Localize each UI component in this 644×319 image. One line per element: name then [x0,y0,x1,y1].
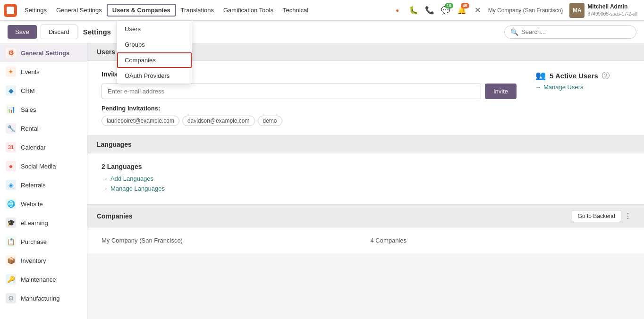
dropdown-companies[interactable]: Companies [117,52,192,68]
sidebar-item-purchase[interactable]: 📋 Purchase [0,232,87,251]
save-button[interactable]: Save [8,25,37,39]
main-layout: ⚙ General Settings ✦ Events ◆ CRM 📊 Sale… [0,43,644,319]
sidebar-item-events[interactable]: ✦ Events [0,62,87,81]
active-users-count: 5 Active Users [550,72,598,80]
events-icon: ✦ [6,67,16,77]
sidebar-item-sales[interactable]: 📊 Sales [0,100,87,119]
status-red-icon[interactable]: ● [391,4,404,17]
add-languages-link[interactable]: → Add Languages [102,175,630,182]
sidebar-item-inventory[interactable]: 📦 Inventory [0,251,87,270]
languages-count: 2 Languages [102,163,630,170]
arrow-right-icon: → [102,185,108,192]
email-input[interactable] [102,84,481,99]
discard-button[interactable]: Discard [41,25,77,39]
pending-tag[interactable]: davidson@example.com [182,116,255,126]
users-group-icon: 👥 [535,70,546,81]
phone-icon[interactable]: 📞 [423,4,436,17]
sidebar-item-social-media[interactable]: ● Social Media [0,157,87,176]
toolbar: Save Discard Settings 🔍 [0,21,644,43]
elearning-icon: 🎓 [6,218,16,228]
pending-label: Pending Invitations: [102,105,517,112]
more-options-button[interactable]: ⋮ [621,210,635,222]
sidebar-item-calendar[interactable]: 31 Calendar [0,138,87,157]
sidebar-label-website: Website [21,201,43,208]
inventory-icon: 📦 [6,255,16,266]
nav-users-companies[interactable]: Users & Companies [107,4,176,17]
sidebar-label-calendar: Calendar [21,144,46,151]
nav-settings[interactable]: Settings [20,5,51,16]
rental-icon: 🔧 [6,123,16,134]
general-settings-icon: ⚙ [6,48,16,58]
sidebar-label-inventory: Inventory [21,257,46,264]
help-icon[interactable]: ? [602,72,610,79]
sidebar-item-maintenance[interactable]: 🔑 Maintenance [0,270,87,289]
company-name[interactable]: My Company (San Francisco) [484,7,567,14]
main-content: Users Invite New Users Invite Pending In… [87,43,644,319]
social-media-icon: ● [6,161,16,171]
manage-users-link[interactable]: → Manage Users [535,84,630,91]
active-users-section: 👥 5 Active Users ? → Manage Users [535,70,630,91]
sidebar-item-website[interactable]: 🌐 Website [0,194,87,213]
user-menu[interactable]: MA Mitchell Admin 67499005-saas-17-2-all [567,3,640,18]
chat-icon[interactable]: 💬10 [439,4,452,17]
sidebar-label-events: Events [21,68,40,76]
arrow-right-icon: → [102,175,108,182]
search-box[interactable]: 🔍 [504,25,636,39]
sidebar-label-crm: CRM [21,87,35,94]
crm-icon: ◆ [6,85,16,96]
sidebar-label-manufacturing: Manufacturing [21,295,59,302]
go-to-backend-button[interactable]: Go to Backend [572,210,621,222]
close-icon[interactable]: ✕ [471,4,484,17]
dropdown-groups[interactable]: Groups [117,37,192,52]
activity-icon[interactable]: 🔔45 [455,4,468,17]
nav-gamification-tools[interactable]: Gamification Tools [219,5,278,16]
avatar: MA [569,3,585,18]
pending-tag[interactable]: demo [258,116,282,126]
companies-title: Companies [97,212,572,220]
page-title: Settings [83,28,111,36]
sidebar-label-social-media: Social Media [21,163,56,170]
company-name-cell: My Company (San Francisco) [102,237,361,244]
nav-technical[interactable]: Technical [278,5,313,16]
user-id: 67499005-saas-17-2-all [587,11,637,17]
sidebar-label-general-settings: General Settings [21,50,69,57]
languages-section-body: 2 Languages → Add Languages → Manage Lan… [87,153,644,205]
sidebar-label-purchase: Purchase [21,238,47,245]
languages-section-header: Languages [87,136,644,153]
sidebar-item-rental[interactable]: 🔧 Rental [0,119,87,138]
company-row: My Company (San Francisco) 4 Companies [102,237,630,244]
purchase-icon: 📋 [6,236,16,247]
sidebar-item-crm[interactable]: ◆ CRM [0,81,87,100]
manage-languages-link[interactable]: → Manage Languages [102,185,630,192]
sidebar-label-rental: Rental [21,125,39,132]
website-icon: 🌐 [6,199,16,209]
dropdown-users[interactable]: Users [117,21,192,37]
sidebar-item-manufacturing[interactable]: ⚙ Manufacturing [0,289,87,308]
sidebar-item-referrals[interactable]: ◈ Referrals [0,176,87,194]
invite-button[interactable]: Invite [485,84,517,99]
sidebar: ⚙ General Settings ✦ Events ◆ CRM 📊 Sale… [0,43,87,319]
sidebar-item-general-settings[interactable]: ⚙ General Settings [0,43,87,62]
arrow-right-icon: → [535,84,542,91]
sidebar-item-elearning[interactable]: 🎓 eLearning [0,213,87,232]
search-icon: 🔍 [510,28,518,36]
manage-languages-label: Manage Languages [110,185,165,192]
search-input[interactable] [521,28,630,35]
sidebar-label-referrals: Referrals [21,182,46,189]
dropdown-oauth-providers[interactable]: OAuth Providers [117,68,192,84]
nav-general-settings[interactable]: General Settings [51,5,107,16]
calendar-icon: 31 [6,142,16,152]
companies-section-body: My Company (San Francisco) 4 Companies [87,227,644,253]
sidebar-label-sales: Sales [21,106,36,113]
activity-badge: 45 [461,3,469,8]
pending-tags: lauriepoiret@example.com davidson@exampl… [102,116,517,126]
pending-tag[interactable]: lauriepoiret@example.com [102,116,179,126]
maintenance-icon: 🔑 [6,274,16,285]
manufacturing-icon: ⚙ [6,293,16,303]
nav-translations[interactable]: Translations [176,5,219,16]
bug-icon[interactable]: 🐛 [407,4,420,17]
sidebar-label-elearning: eLearning [21,219,48,227]
sales-icon: 📊 [6,104,16,115]
companies-section-header: Companies Go to Backend ⋮ [87,205,644,227]
app-logo[interactable] [4,4,17,17]
